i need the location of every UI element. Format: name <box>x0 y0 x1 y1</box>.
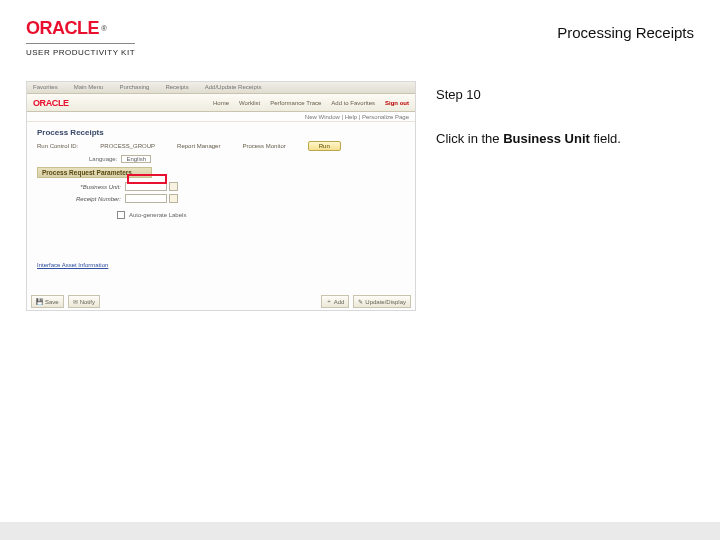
menu-item: Main Menu <box>74 84 104 91</box>
menu-item: Purchasing <box>119 84 149 91</box>
business-unit-row: *Business Unit: <box>37 182 405 191</box>
ss-topbar: ORACLE Home Worklist Performance Trace A… <box>27 94 415 112</box>
ss-lang-row: Language: English <box>37 155 405 163</box>
business-unit-input[interactable] <box>125 182 167 191</box>
ss-body: Process Receipts Run Control ID: PROCESS… <box>27 122 415 274</box>
menu-item: Receipts <box>165 84 188 91</box>
lang-label: Language: <box>89 156 117 162</box>
trademark-icon: ® <box>101 24 106 33</box>
proc-mon-link[interactable]: Process Monitor <box>242 143 285 149</box>
lookup-icon[interactable] <box>169 182 178 191</box>
upk-subtitle: USER PRODUCTIVITY KIT <box>26 43 135 57</box>
ss-menubar: Favorites Main Menu Purchasing Receipts … <box>27 82 415 94</box>
update-icon: ✎ <box>358 298 363 305</box>
notify-button[interactable]: ✉Notify <box>68 295 100 308</box>
perf-link[interactable]: Performance Trace <box>270 100 321 106</box>
step-number: Step 10 <box>436 87 694 102</box>
add-icon: ＋ <box>326 297 332 306</box>
oracle-logo: ORACLE ® <box>26 18 135 39</box>
step-text-before: Click in the <box>436 131 503 146</box>
receipt-number-row: Receipt Number: <box>37 194 405 203</box>
page-header: ORACLE ® USER PRODUCTIVITY KIT Processin… <box>0 0 720 63</box>
update-button[interactable]: ✎Update/Display <box>353 295 411 308</box>
interface-asset-link[interactable]: Interface Asset Information <box>37 262 108 268</box>
ss-brand: ORACLE <box>33 98 69 108</box>
menu-item: Add/Update Receipts <box>205 84 262 91</box>
rpt-mgr-link[interactable]: Report Manager <box>177 143 220 149</box>
content-row: Favorites Main Menu Purchasing Receipts … <box>0 63 720 311</box>
notify-icon: ✉ <box>73 298 78 305</box>
receipt-number-input[interactable] <box>125 194 167 203</box>
step-text-bold: Business Unit <box>503 131 590 146</box>
instruction-panel: Step 10 Click in the Business Unit field… <box>436 81 694 311</box>
addfav-link[interactable]: Add to Favorites <box>331 100 375 106</box>
menu-item: Favorites <box>33 84 58 91</box>
lang-select[interactable]: English <box>121 155 151 163</box>
oracle-upk-logo: ORACLE ® USER PRODUCTIVITY KIT <box>26 18 135 57</box>
run-ctl-label: Run Control ID: <box>37 143 78 149</box>
save-button[interactable]: 💾Save <box>31 295 64 308</box>
worklist-link[interactable]: Worklist <box>239 100 260 106</box>
run-button[interactable]: Run <box>308 141 341 151</box>
page-title: Processing Receipts <box>557 18 694 41</box>
autogen-label: Auto-generate Labels <box>129 212 186 218</box>
home-link[interactable]: Home <box>213 100 229 106</box>
signout-link[interactable]: Sign out <box>385 100 409 106</box>
ss-top-links: Home Worklist Performance Trace Add to F… <box>213 100 409 106</box>
app-screenshot: Favorites Main Menu Purchasing Receipts … <box>26 81 416 311</box>
brand-text: ORACLE <box>26 18 99 39</box>
ss-page-heading: Process Receipts <box>37 128 405 137</box>
autogen-checkbox[interactable] <box>117 211 125 219</box>
bottom-strip <box>0 522 720 540</box>
save-icon: 💾 <box>36 298 43 305</box>
ss-footer: 💾Save ✉Notify ＋Add ✎Update/Display <box>27 293 415 310</box>
ss-midrow: Run Control ID: PROCESS_GROUP Report Man… <box>37 141 405 151</box>
params-section-header: Process Request Parameters <box>37 167 152 178</box>
lookup-icon[interactable] <box>169 194 178 203</box>
ss-searchline: New Window | Help | Personalize Page <box>27 112 415 122</box>
step-instruction: Click in the Business Unit field. <box>436 130 694 148</box>
autogen-row: Auto-generate Labels <box>37 211 405 219</box>
add-button[interactable]: ＋Add <box>321 295 350 308</box>
step-text-after: field. <box>590 131 621 146</box>
receipt-number-label: Receipt Number: <box>37 196 125 202</box>
run-ctl-val: PROCESS_GROUP <box>100 143 155 149</box>
business-unit-label: *Business Unit: <box>37 184 125 190</box>
